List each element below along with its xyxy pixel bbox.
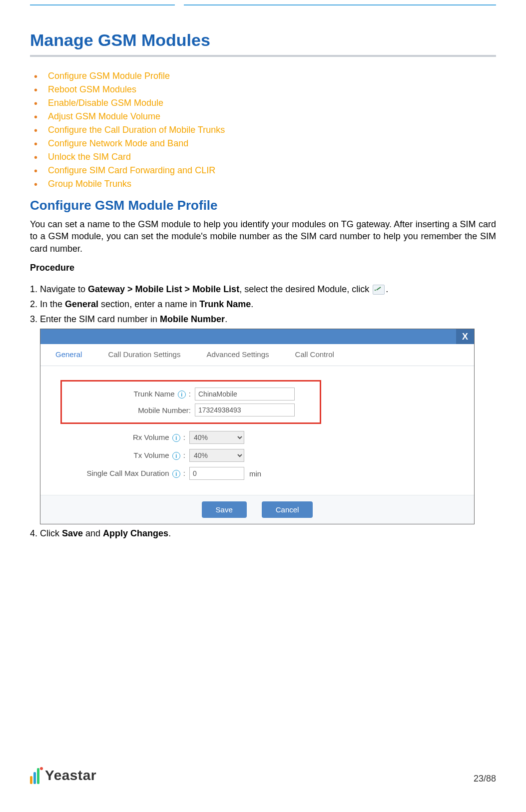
save-button[interactable]: Save: [202, 501, 247, 518]
toc-link[interactable]: Group Mobile Trunks: [48, 179, 131, 189]
cancel-button[interactable]: Cancel: [262, 501, 313, 518]
tab-general[interactable]: General: [42, 344, 95, 366]
dialog-body: Trunk Name i : Mobile Number: Rx Volume …: [40, 366, 474, 495]
brand-name: Yeastar: [45, 768, 96, 784]
tx-volume-select[interactable]: 40%: [189, 449, 244, 462]
brand-logo: Yeastar: [30, 767, 96, 784]
step-2: In the General section, enter a name in …: [40, 298, 496, 311]
unit-min: min: [249, 469, 261, 478]
page-footer: Yeastar 23/88: [30, 767, 496, 784]
section-body: You can set a name to the GSM module to …: [30, 218, 496, 255]
tab-advanced[interactable]: Advanced Settings: [193, 344, 282, 366]
toc-link[interactable]: Configure the Call Duration of Mobile Tr…: [48, 125, 225, 135]
tx-volume-label: Tx Volume i :: [60, 451, 189, 460]
info-icon[interactable]: i: [172, 434, 180, 442]
tab-call-duration[interactable]: Call Duration Settings: [95, 344, 193, 366]
section-title: Configure GSM Module Profile: [30, 198, 496, 213]
toc-link[interactable]: Configure GSM Module Profile: [48, 71, 170, 81]
info-icon[interactable]: i: [172, 470, 180, 478]
rx-volume-label: Rx Volume i :: [60, 433, 189, 442]
logo-icon: [30, 767, 43, 784]
tab-call-control[interactable]: Call Control: [282, 344, 347, 366]
toc-link[interactable]: Configure SIM Card Forwarding and CLIR: [48, 165, 215, 175]
toc-link[interactable]: Unlock the SIM Card: [48, 152, 131, 162]
dialog-actions: Save Cancel: [40, 495, 474, 524]
highlighted-fields: Trunk Name i : Mobile Number:: [60, 380, 321, 424]
close-icon[interactable]: X: [456, 329, 474, 344]
rx-volume-select[interactable]: 40%: [189, 431, 244, 444]
page-number: 23/88: [474, 774, 496, 784]
title-underline: [30, 55, 496, 57]
single-call-input[interactable]: [189, 467, 244, 480]
dialog-titlebar: X: [40, 329, 474, 344]
dialog-tabs: General Call Duration Settings Advanced …: [40, 344, 474, 366]
procedure-label: Procedure: [30, 263, 496, 273]
trunk-name-input[interactable]: [195, 388, 295, 401]
header-rule: [30, 4, 496, 5]
edit-icon: [373, 285, 385, 295]
procedure-steps: Navigate to Gateway > Mobile List > Mobi…: [30, 283, 496, 326]
dialog-screenshot: X General Call Duration Settings Advance…: [40, 329, 475, 524]
mobile-number-input[interactable]: [195, 404, 295, 416]
toc-link[interactable]: Adjust GSM Module Volume: [48, 111, 160, 121]
step-3: Enter the SIM card number in Mobile Numb…: [40, 313, 496, 326]
toc-link[interactable]: Enable/Disable GSM Module: [48, 98, 163, 108]
single-call-label: Single Call Max Duration i :: [60, 469, 189, 478]
toc-link[interactable]: Reboot GSM Modules: [48, 84, 136, 94]
info-icon[interactable]: i: [178, 391, 186, 399]
toc-list: Configure GSM Module Profile Reboot GSM …: [30, 69, 496, 191]
page-title: Manage GSM Modules: [30, 30, 496, 50]
mobile-number-label: Mobile Number:: [66, 406, 195, 414]
step-4: Click Save and Apply Changes.: [40, 527, 496, 540]
trunk-name-label: Trunk Name i :: [66, 390, 195, 399]
toc-link[interactable]: Configure Network Mode and Band: [48, 138, 188, 148]
procedure-steps-cont: Click Save and Apply Changes.: [30, 527, 496, 540]
info-icon[interactable]: i: [172, 452, 180, 460]
step-1: Navigate to Gateway > Mobile List > Mobi…: [40, 283, 496, 296]
